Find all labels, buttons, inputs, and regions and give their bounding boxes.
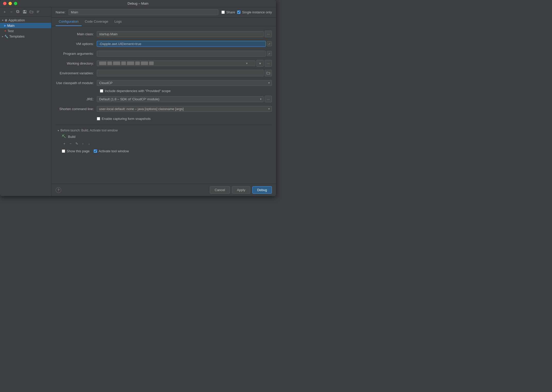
add-before-launch-button[interactable]: +	[62, 141, 67, 146]
apply-button[interactable]: Apply	[232, 186, 250, 194]
show-page-label[interactable]: Show this page	[62, 149, 90, 153]
templates-label: Templates	[9, 34, 24, 38]
include-deps-label[interactable]: Include dependencies with "Provided" sco…	[100, 89, 171, 93]
before-launch-header[interactable]: ▾ Before launch: Build, Activate tool wi…	[56, 128, 272, 133]
minimize-button[interactable]	[8, 2, 12, 5]
tab-code-coverage[interactable]: Code Coverage	[82, 17, 111, 26]
classpath-control: CloudCP	[97, 80, 272, 86]
sidebar-item-main[interactable]: ▶ Main	[0, 23, 51, 28]
single-instance-checkbox-label[interactable]: Single instance only	[237, 10, 272, 14]
jre-browse-button[interactable]: ···	[265, 96, 272, 102]
shorten-cmd-select[interactable]: user-local default: none – java [options…	[97, 106, 272, 112]
share-area: Share Single instance only	[221, 10, 272, 14]
include-deps-checkbox[interactable]	[100, 89, 103, 93]
shorten-cmd-control: user-local default: none – java [options…	[97, 106, 272, 112]
share-label: Share	[226, 10, 235, 14]
working-dir-dropdown-button[interactable]: ▾	[256, 60, 264, 67]
single-instance-checkbox[interactable]	[237, 11, 240, 14]
shorten-cmd-label: Shorten command line:	[56, 107, 97, 111]
main-label: Main	[7, 24, 14, 28]
vm-options-row: VM options: ⤢	[56, 40, 272, 47]
wrench-icon: 🔧	[4, 35, 8, 38]
remove-config-button[interactable]: −	[9, 9, 14, 14]
jre-label: JRE:	[56, 97, 97, 101]
wd-block-2	[107, 61, 112, 65]
sidebar-item-application[interactable]: ▾ 🖥 Application	[0, 17, 51, 23]
tab-configuration[interactable]: Configuration	[56, 17, 82, 26]
program-args-expand-button[interactable]: ⤢	[267, 51, 272, 56]
edit-before-launch-button[interactable]: ✎	[74, 141, 79, 146]
svg-rect-3	[24, 10, 25, 12]
before-launch-build-item: ⛏ Build	[56, 133, 272, 140]
close-button[interactable]	[3, 2, 6, 5]
form-snapshots-control: Enable capturing form snapshots	[97, 117, 272, 121]
show-page-text: Show this page	[67, 149, 90, 153]
tabs: Configuration Code Coverage Logs	[51, 17, 276, 26]
wd-block-4	[121, 61, 126, 65]
main-class-browse-button[interactable]: ···	[265, 31, 272, 37]
main-class-label: Main class:	[56, 32, 97, 36]
activate-window-checkbox[interactable]	[94, 149, 97, 153]
sidebar-toolbar: + −	[0, 7, 51, 16]
jre-select[interactable]: Default (1.8 – SDK of 'CloudCP' module)	[97, 96, 264, 102]
share-checkbox-label[interactable]: Share	[221, 10, 235, 14]
env-vars-control	[97, 70, 272, 76]
run-config-icon: ▶	[4, 24, 6, 27]
add-config-button[interactable]: +	[2, 9, 7, 14]
tab-logs[interactable]: Logs	[111, 17, 125, 26]
form-area: Main class: ··· VM options: ⤢ Program ar…	[51, 26, 276, 184]
wd-block-5	[127, 61, 134, 65]
vm-options-control: ⤢	[97, 41, 272, 47]
down-before-launch-button[interactable]: ↓	[87, 141, 92, 146]
window-controls[interactable]	[3, 2, 17, 5]
classpath-select[interactable]: CloudCP	[97, 80, 272, 86]
maximize-button[interactable]	[14, 2, 17, 5]
classpath-select-wrapper: CloudCP	[97, 80, 272, 86]
env-vars-input[interactable]	[97, 70, 264, 76]
arrow-right-icon: ▸	[2, 35, 3, 38]
main-class-input[interactable]	[97, 31, 264, 37]
wd-block-3	[113, 61, 120, 65]
before-launch-toolbar: + − ✎ ↑ ↓	[56, 140, 272, 147]
application-label: Application	[8, 18, 25, 22]
remove-before-launch-button[interactable]: −	[68, 141, 73, 146]
program-args-input[interactable]	[97, 51, 266, 57]
build-label: Build	[68, 135, 75, 139]
working-dir-browse-button[interactable]: ···	[265, 60, 272, 67]
share-checkbox[interactable]	[221, 11, 225, 14]
cancel-button[interactable]: Cancel	[210, 186, 230, 194]
env-vars-browse-button[interactable]	[265, 70, 272, 76]
sidebar-tree: ▾ 🖥 Application ▶ Main ✕ Test ▸ 🔧 Templa…	[0, 16, 51, 196]
folder-button[interactable]	[29, 9, 34, 14]
up-before-launch-button[interactable]: ↑	[80, 141, 85, 146]
program-args-row: Program arguments: ⤢	[56, 50, 272, 57]
wd-block-6	[135, 61, 140, 65]
vm-options-input[interactable]	[97, 41, 266, 47]
activate-window-label[interactable]: Activate tool window	[94, 149, 129, 153]
form-snapshots-label[interactable]: Enable capturing form snapshots	[97, 117, 151, 121]
sort-button[interactable]	[36, 9, 41, 14]
vm-options-expand-button[interactable]: ⤢	[267, 41, 272, 46]
sidebar-item-test[interactable]: ✕ Test	[0, 28, 51, 34]
save-config-button[interactable]	[22, 9, 27, 14]
working-dir-input[interactable]	[97, 60, 255, 66]
wd-block-8	[149, 61, 154, 65]
before-launch-footer: Show this page Activate tool window	[56, 147, 272, 155]
svg-rect-4	[23, 12, 26, 13]
activate-window-text: Activate tool window	[99, 149, 129, 153]
show-page-checkbox[interactable]	[62, 149, 65, 153]
sidebar-item-templates[interactable]: ▸ 🔧 Templates	[0, 34, 51, 39]
form-snapshots-checkbox[interactable]	[97, 117, 100, 120]
name-input[interactable]	[68, 9, 218, 15]
help-button[interactable]: ?	[56, 187, 61, 193]
program-args-control: ⤢	[97, 51, 272, 57]
build-icon: ⛏	[62, 134, 66, 139]
copy-config-button[interactable]	[15, 9, 21, 14]
form-snapshots-row: Enable capturing form snapshots	[56, 115, 272, 122]
classpath-row: Use classpath of module: CloudCP	[56, 79, 272, 86]
form-snapshots-text: Enable capturing form snapshots	[102, 117, 151, 121]
debug-button[interactable]: Debug	[252, 186, 272, 194]
working-dir-row: Working directory:	[56, 60, 272, 67]
env-vars-label: Environment variables:	[56, 71, 97, 75]
wd-block-7	[141, 61, 148, 65]
